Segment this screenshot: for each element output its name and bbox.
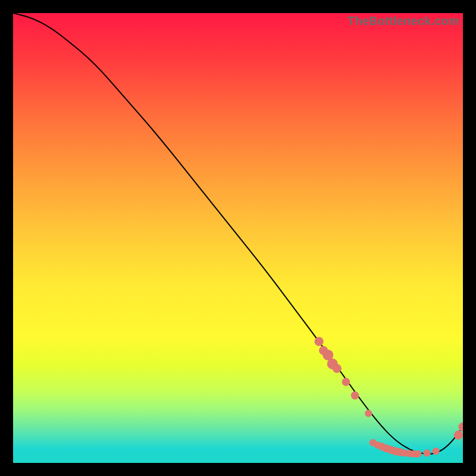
data-point [315, 337, 324, 346]
data-point [423, 449, 430, 456]
data-point [342, 378, 350, 386]
data-point [454, 431, 463, 440]
data-point [365, 410, 372, 417]
data-points [315, 337, 463, 458]
data-point [414, 450, 421, 458]
data-point [458, 422, 463, 431]
bottleneck-curve [13, 13, 463, 454]
data-point [351, 392, 359, 400]
chart-svg [13, 13, 463, 463]
watermark-label: TheBottleneck.com [347, 14, 459, 28]
chart-frame: TheBottleneck.com [13, 13, 463, 463]
data-point [333, 364, 342, 373]
data-point [433, 447, 440, 455]
